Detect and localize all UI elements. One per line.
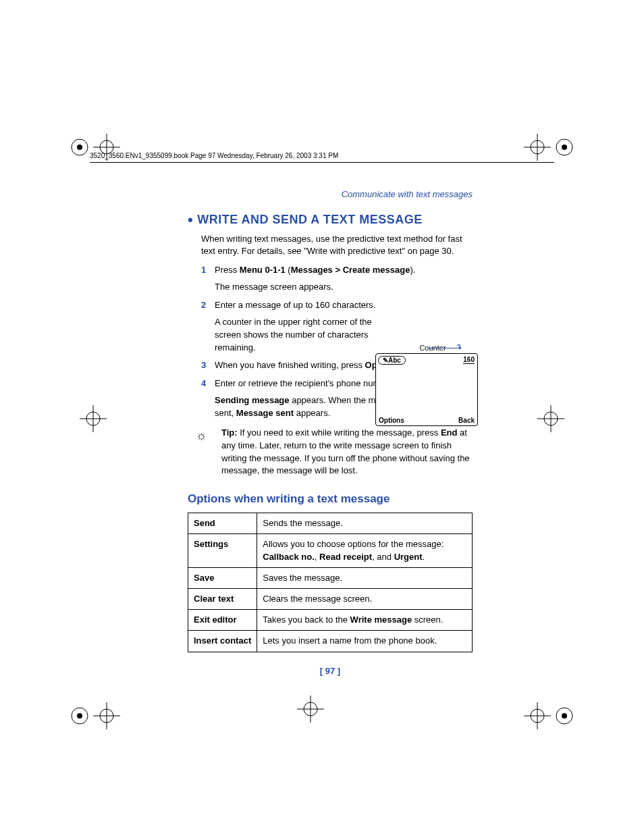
phone-screen: ✎Abc 160 Options Back — [375, 353, 478, 426]
subsection-heading: Options when writing a text message — [188, 492, 473, 506]
svg-point-1 — [77, 145, 82, 150]
table-row: Settings Allows you to choose options fo… — [188, 534, 473, 567]
option-name: Save — [188, 567, 257, 588]
input-mode-badge: ✎Abc — [378, 356, 406, 365]
page-number: [ 97 ] — [188, 666, 473, 676]
step-1: 1 Press Menu 0-1-1 (Messages > Create me… — [201, 264, 473, 294]
crop-mark-icon — [80, 405, 107, 432]
option-name: Insert contact — [188, 631, 257, 652]
table-row: Send Sends the message. — [188, 513, 473, 534]
step-2-sub: A counter in the upper right corner of t… — [215, 316, 390, 355]
char-counter: 160 — [463, 356, 475, 364]
intro-paragraph: When writing text messages, use the pred… — [201, 233, 473, 257]
option-name: Exit editor — [188, 610, 257, 631]
softkey-back: Back — [458, 417, 475, 424]
phone-screen-figure: Counter ↴ ✎Abc 160 Options Back — [375, 344, 478, 426]
section-heading-text: WRITE AND SEND A TEXT MESSAGE — [197, 213, 423, 226]
book-header: 3520_3560.ENv1_9355099.book Page 97 Wedn… — [90, 152, 554, 163]
option-desc: Clears the message screen. — [257, 588, 473, 609]
bullet-icon: • — [188, 211, 197, 228]
crop-mark-icon — [537, 405, 564, 432]
chapter-header: Communicate with text messages — [188, 189, 473, 199]
options-table: Send Sends the message. Settings Allows … — [188, 513, 473, 652]
option-name: Clear text — [188, 588, 257, 609]
step-number: 3 — [201, 359, 206, 372]
step-number: 4 — [201, 377, 206, 390]
softkey-options: Options — [379, 417, 404, 424]
crop-mark-icon — [297, 696, 324, 723]
option-desc: Lets you insert a name from the phone bo… — [257, 631, 473, 652]
option-desc: Sends the message. — [257, 513, 473, 534]
option-name: Settings — [188, 534, 257, 567]
svg-point-17 — [77, 713, 82, 719]
table-row: Save Saves the message. — [188, 567, 473, 588]
crop-mark-icon — [524, 675, 578, 729]
option-desc: Saves the message. — [257, 567, 473, 588]
svg-point-22 — [562, 713, 567, 719]
step-1-sub: The message screen appears. — [215, 281, 390, 294]
option-desc: Allows you to choose options for the mes… — [257, 534, 473, 567]
tip-bulb-icon: ☼ — [196, 427, 207, 444]
table-row: Clear text Clears the message screen. — [188, 588, 473, 609]
option-name: Send — [188, 513, 257, 534]
table-row: Exit editor Takes you back to the Write … — [188, 610, 473, 631]
page-content: Communicate with text messages •WRITE AN… — [188, 189, 473, 676]
crop-mark-icon — [66, 675, 120, 729]
section-heading: •WRITE AND SEND A TEXT MESSAGE — [188, 211, 473, 229]
arrow-down-icon: ↴ — [456, 342, 462, 351]
option-desc: Takes you back to the Write message scre… — [257, 610, 473, 631]
step-number: 2 — [201, 299, 206, 312]
svg-point-6 — [562, 145, 567, 150]
tip-note: ☼ Tip: If you need to exit while writing… — [201, 427, 473, 477]
step-number: 1 — [201, 264, 206, 277]
table-row: Insert contact Lets you insert a name fr… — [188, 631, 473, 652]
leader-line — [428, 348, 458, 348]
